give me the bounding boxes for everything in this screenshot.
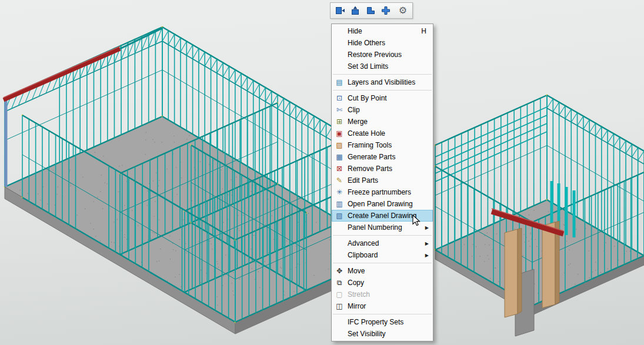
submenu-arrow-icon: ▶ xyxy=(425,225,432,230)
menu-item-ifc-property-sets[interactable]: IFC Property Sets xyxy=(332,316,433,328)
menu-item-label: Create Hole xyxy=(345,129,432,138)
menu-item-move[interactable]: ✥Move xyxy=(332,265,433,277)
menu-item-hide-others[interactable]: Hide Others xyxy=(332,37,433,49)
menu-item-label: Copy xyxy=(345,279,432,287)
menu-item-merge[interactable]: ⊞Merge xyxy=(332,116,433,128)
menu-item-panel-numbering[interactable]: Panel Numbering▶ xyxy=(332,222,433,233)
remove-parts-icon: ⊠ xyxy=(333,165,345,172)
menu-item-stretch: ▢Stretch xyxy=(332,289,433,300)
panel-corner-icon[interactable] xyxy=(363,4,378,17)
menu-separator xyxy=(333,263,432,263)
menu-item-label: Stretch xyxy=(345,290,432,299)
menu-separator xyxy=(333,90,432,91)
menu-item-label: Edit Parts xyxy=(345,176,432,185)
menu-item-label: Hide xyxy=(345,27,421,35)
generate-parts-icon: ▦ xyxy=(333,153,345,160)
menu-item-copy[interactable]: ⧉Copy xyxy=(332,277,433,289)
context-menu: HideHHide OthersRestore PreviousSet 3d L… xyxy=(331,24,433,341)
freeze-partnumbers-icon: ✳ xyxy=(333,189,345,196)
menu-item-cut-by-point[interactable]: ⊡Cut By Point xyxy=(332,92,433,104)
menu-item-label: Mirror xyxy=(345,302,432,310)
shortcut-label: H xyxy=(421,27,432,35)
create-hole-icon: ▣ xyxy=(333,130,345,137)
cut-by-point-icon: ⊡ xyxy=(333,95,345,102)
menu-item-label: Layers and Visibilities xyxy=(345,78,432,86)
menu-item-label: Remove Parts xyxy=(345,165,432,173)
menu-item-label: Merge xyxy=(345,118,432,126)
viewport-3d-model[interactable] xyxy=(0,0,644,345)
copy-icon: ⧉ xyxy=(333,279,345,286)
menu-item-create-panel-drawing[interactable]: ▧Create Panel Drawing xyxy=(332,210,433,222)
menu-item-label: Clip xyxy=(345,106,432,114)
menu-item-label: Open Panel Drawing xyxy=(345,200,432,208)
menu-item-label: Hide Others xyxy=(345,39,432,47)
submenu-arrow-icon: ▶ xyxy=(425,241,432,246)
settings-gear-icon[interactable]: ⚙ xyxy=(396,4,410,17)
menu-item-label: Set 3d Limits xyxy=(345,62,432,71)
menu-item-label: Framing Tools xyxy=(345,141,432,149)
menu-item-edit-parts[interactable]: ✎Edit Parts xyxy=(332,175,433,186)
framing-tools-icon: ▨ xyxy=(333,142,345,149)
menu-item-hide[interactable]: HideH xyxy=(332,25,433,37)
menu-item-restore-previous[interactable]: Restore Previous xyxy=(332,49,433,61)
menu-separator xyxy=(333,74,432,75)
menu-item-remove-parts[interactable]: ⊠Remove Parts xyxy=(332,163,433,175)
menu-separator xyxy=(333,314,432,314)
menu-item-label: Panel Numbering xyxy=(345,223,425,232)
create-panel-drawing-icon: ▧ xyxy=(333,212,345,219)
menu-item-advanced[interactable]: Advanced▶ xyxy=(332,237,433,249)
mirror-icon: ◫ xyxy=(333,303,345,310)
menu-item-layers-and-visibilities[interactable]: ▤Layers and Visibilities xyxy=(332,76,433,88)
submenu-arrow-icon: ▶ xyxy=(425,253,432,258)
menu-item-label: Restore Previous xyxy=(345,51,432,59)
menu-item-label: Advanced xyxy=(345,239,425,247)
panel-plus-icon[interactable] xyxy=(379,4,393,17)
menu-item-mirror[interactable]: ◫Mirror xyxy=(332,300,433,312)
mini-toolbar: ⚙ xyxy=(330,2,413,19)
menu-item-label: Move xyxy=(345,267,432,275)
menu-item-label: Clipboard xyxy=(345,251,425,259)
move-icon: ✥ xyxy=(333,267,345,274)
menu-item-create-hole[interactable]: ▣Create Hole xyxy=(332,128,433,139)
clip-icon: ✄ xyxy=(333,106,345,113)
menu-item-set-visibility[interactable]: Set Visibility xyxy=(332,328,433,340)
menu-item-clipboard[interactable]: Clipboard▶ xyxy=(332,249,433,261)
layers-icon: ▤ xyxy=(333,79,345,86)
menu-item-label: Set Visibility xyxy=(345,330,432,338)
menu-separator xyxy=(333,235,432,236)
menu-item-label: IFC Property Sets xyxy=(345,318,432,326)
merge-icon: ⊞ xyxy=(333,118,345,125)
stretch-icon: ▢ xyxy=(333,291,345,298)
right-building-slab xyxy=(435,200,644,315)
panel-arrow-left-icon[interactable] xyxy=(333,4,347,17)
menu-item-label: Create Panel Drawing xyxy=(345,212,432,220)
edit-parts-icon: ✎ xyxy=(333,177,345,184)
menu-item-generate-parts[interactable]: ▦Generate Parts xyxy=(332,151,433,163)
menu-item-open-panel-drawing[interactable]: ▥Open Panel Drawing xyxy=(332,198,433,210)
menu-item-label: Generate Parts xyxy=(345,153,432,161)
menu-item-label: Freeze partnumbers xyxy=(345,188,432,196)
menu-item-framing-tools[interactable]: ▨Framing Tools xyxy=(332,139,433,151)
panel-arrow-up-icon[interactable] xyxy=(348,4,362,17)
menu-item-set-3d-limits[interactable]: Set 3d Limits xyxy=(332,61,433,72)
menu-item-clip[interactable]: ✄Clip xyxy=(332,104,433,116)
menu-item-label: Cut By Point xyxy=(345,94,432,102)
menu-item-freeze-partnumbers[interactable]: ✳Freeze partnumbers xyxy=(332,186,433,198)
open-panel-drawing-icon: ▥ xyxy=(333,200,345,207)
